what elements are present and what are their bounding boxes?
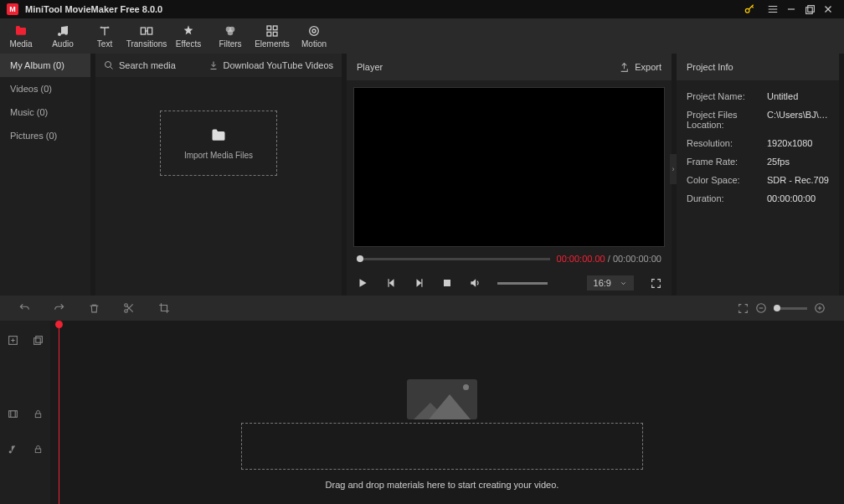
zoom-slider[interactable] xyxy=(774,307,807,310)
svg-rect-3 xyxy=(141,28,145,34)
media-pane: Search media Download YouTube Videos Imp… xyxy=(95,54,342,296)
folder-icon xyxy=(13,24,28,38)
split-button[interactable] xyxy=(123,302,135,314)
effects-icon xyxy=(182,24,195,38)
lock-audio-button[interactable] xyxy=(33,444,43,455)
collapse-project-button[interactable]: › xyxy=(670,154,677,184)
video-track-icon xyxy=(8,409,18,419)
project-row-val: SDR - Rec.709 xyxy=(767,175,829,185)
next-frame-button[interactable] xyxy=(414,277,425,289)
motion-icon xyxy=(307,24,321,38)
search-media[interactable]: Search media xyxy=(104,60,176,70)
redo-button[interactable] xyxy=(54,302,65,314)
search-icon xyxy=(104,60,114,70)
lock-video-button[interactable] xyxy=(33,409,43,419)
video-preview[interactable] xyxy=(353,87,665,247)
export-button[interactable]: Export xyxy=(619,62,661,73)
tab-audio[interactable]: Audio xyxy=(42,18,84,54)
volume-slider[interactable] xyxy=(497,282,548,285)
svg-rect-9 xyxy=(273,26,277,30)
maximize-button[interactable] xyxy=(800,0,819,18)
export-label: Export xyxy=(635,62,661,72)
project-info-pane: › Project Info Project Name:Untitled Pro… xyxy=(677,54,839,296)
filters-icon xyxy=(224,24,237,38)
project-row-key: Project Files Location: xyxy=(687,110,767,130)
svg-rect-10 xyxy=(267,32,271,36)
project-row-val: Untitled xyxy=(767,91,798,101)
sidebar-item-music[interactable]: Music (0) xyxy=(0,100,90,124)
svg-point-14 xyxy=(106,62,111,68)
elements-icon xyxy=(265,24,279,38)
seek-slider[interactable] xyxy=(357,258,550,260)
tab-media[interactable]: Media xyxy=(0,18,42,54)
drop-target[interactable] xyxy=(241,423,643,470)
tab-label: Audio xyxy=(52,39,74,49)
crop-button[interactable] xyxy=(158,302,170,314)
project-row-key: Frame Rate: xyxy=(687,157,767,167)
import-media-button[interactable]: Import Media Files xyxy=(160,111,277,176)
sidebar-item-pictures[interactable]: Pictures (0) xyxy=(0,124,90,147)
drop-zone[interactable]: Drag and drop materials here to start cr… xyxy=(241,379,643,490)
download-icon xyxy=(208,60,219,70)
project-row-val: 00:00:00:00 xyxy=(767,193,816,203)
zoom-fit-button[interactable] xyxy=(738,303,749,314)
tab-elements[interactable]: Elements xyxy=(251,18,293,54)
project-row-val: C:\Users\BJ\App... xyxy=(767,110,829,130)
timeline: Drag and drop materials here to start cr… xyxy=(0,321,844,504)
stop-button[interactable] xyxy=(442,278,452,288)
zoom-out-button[interactable] xyxy=(755,302,767,314)
svg-rect-23 xyxy=(9,410,18,417)
play-button[interactable] xyxy=(357,277,368,289)
playhead[interactable] xyxy=(59,321,59,504)
tab-text[interactable]: Text xyxy=(84,18,126,54)
svg-rect-11 xyxy=(273,32,277,36)
tab-label: Text xyxy=(97,39,112,49)
aspect-ratio-select[interactable]: 16:9 xyxy=(587,275,634,291)
close-button[interactable] xyxy=(819,0,837,18)
svg-rect-8 xyxy=(267,26,271,30)
aspect-value: 16:9 xyxy=(594,278,611,288)
undo-button[interactable] xyxy=(18,302,30,314)
tab-filters[interactable]: Filters xyxy=(209,18,251,54)
media-sidebar: My Album (0) Videos (0) Music (0) Pictur… xyxy=(0,54,90,296)
timeline-sidebar xyxy=(0,321,50,504)
svg-rect-4 xyxy=(147,28,152,34)
volume-button[interactable] xyxy=(469,277,481,289)
minimize-button[interactable] xyxy=(782,0,800,18)
sidebar-item-videos[interactable]: Videos (0) xyxy=(0,77,90,100)
fullscreen-button[interactable] xyxy=(651,278,661,289)
search-placeholder: Search media xyxy=(119,60,176,70)
svg-point-12 xyxy=(312,29,316,33)
delete-button[interactable] xyxy=(89,303,100,314)
duplicate-track-button[interactable] xyxy=(33,335,44,346)
main-toolbar: Media Audio Text Transitions Effects Fil… xyxy=(0,18,844,54)
tab-transitions[interactable]: Transitions xyxy=(126,18,167,54)
export-icon xyxy=(619,62,630,73)
tab-motion[interactable]: Motion xyxy=(293,18,335,54)
tab-label: Transitions xyxy=(126,39,167,49)
svg-rect-25 xyxy=(35,449,40,453)
folder-icon xyxy=(208,127,229,144)
sidebar-item-myalbum[interactable]: My Album (0) xyxy=(0,54,90,77)
import-label: Import Media Files xyxy=(184,151,253,160)
zoom-in-button[interactable] xyxy=(814,302,826,314)
tab-effects[interactable]: Effects xyxy=(167,18,209,54)
titlebar: M MiniTool MovieMaker Free 8.0.0 xyxy=(0,0,844,18)
add-track-button[interactable] xyxy=(8,335,18,346)
audio-track-icon xyxy=(8,444,18,455)
time-display: 00:00:00.00 / 00:00:00:00 xyxy=(557,254,661,264)
menu-icon[interactable] xyxy=(764,0,782,18)
svg-rect-21 xyxy=(35,336,42,342)
prev-frame-button[interactable] xyxy=(385,277,397,289)
tab-label: Elements xyxy=(255,39,290,49)
drop-hint: Drag and drop materials here to start cr… xyxy=(241,480,643,490)
premium-key-icon[interactable] xyxy=(744,3,755,15)
download-youtube-button[interactable]: Download YouTube Videos xyxy=(208,60,334,70)
timeline-canvas[interactable]: Drag and drop materials here to start cr… xyxy=(50,321,844,504)
svg-rect-15 xyxy=(444,280,450,286)
project-row-key: Color Space: xyxy=(687,175,767,185)
project-row-val: 1920x1080 xyxy=(767,138,812,148)
svg-point-13 xyxy=(310,26,319,35)
tab-label: Motion xyxy=(301,39,327,49)
chevron-down-icon xyxy=(620,280,627,287)
